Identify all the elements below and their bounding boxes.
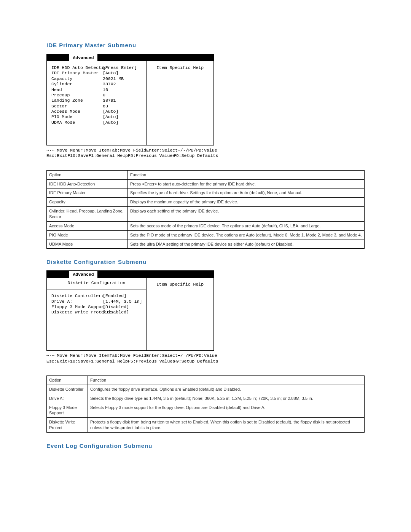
table-cell: Access Mode [47, 221, 128, 230]
bios-row-label: Capacity [51, 76, 103, 81]
bios-row-value: [Disabled] [103, 310, 143, 315]
table-row: Cylinder, Head, Precoup, Landing Zone, S… [47, 207, 365, 222]
bios-row-label: IDE Primary Master [51, 70, 103, 76]
legend-cell: F10:Save [67, 359, 88, 364]
table-row: IDE HDD Auto-DetectionPress <Enter> to s… [47, 179, 365, 189]
menubar-advanced-tab: Advanced [69, 271, 97, 278]
table-cell: Cylinder, Head, Precoup, Landing Zone, S… [47, 207, 128, 222]
bios-row-label: Diskette Controller: [51, 293, 103, 299]
bios-help-title: Item Specific Help [150, 65, 210, 74]
table-row: PIO ModeSets the PIO mode of the primary… [47, 230, 365, 240]
legend-cell: F9:Setup Defaults [174, 153, 218, 158]
legend-cell: F10:Save [67, 153, 88, 158]
table-cell: Selects Floppy 3 mode support for the fl… [88, 403, 365, 418]
bios-settings-pane: IDE HDD Auto-Detection[Press Enter]IDE P… [47, 61, 147, 145]
diskette-options-table: OptionFunctionDiskette ControllerConfigu… [46, 375, 365, 433]
ide-section-title: IDE Primary Master Submenu [46, 42, 365, 48]
table-cell: Specifies the type of hard drive. Settin… [128, 189, 365, 198]
ide-options-table: OptionFunctionIDE HDD Auto-DetectionPres… [46, 170, 365, 249]
legend-cell: →·← Move Menu [46, 148, 81, 153]
table-cell: Sets the access mode of the primary IDE … [128, 221, 365, 230]
bios-row: IDE HDD Auto-Detection[Press Enter] [51, 65, 143, 70]
bios-row: Precoup0 [51, 93, 143, 98]
bios-key-legend: →·← Move Menu↑↓Move ItemTab:Move FieldEn… [46, 148, 213, 159]
table-cell: Sets the ultra DMA setting of the primar… [128, 240, 365, 249]
table-cell: Diskette Controller [47, 385, 88, 394]
bios-row: Floppy 3 Mode Support[Disabled] [51, 304, 143, 310]
legend-cell: F1:General Help [88, 359, 128, 364]
bios-row-value: [Press Enter] [103, 65, 143, 70]
table-cell: IDE HDD Auto-Detection [47, 179, 128, 189]
table-cell: Protects a floppy disk from being writte… [88, 418, 365, 433]
legend-cell: Enter:Select [146, 148, 178, 153]
bios-row-label: Cylinder [51, 81, 103, 87]
ide-bios-screenshot: Advanced IDE HDD Auto-Detection[Press En… [46, 54, 365, 159]
bios-row: Landing Zone38791 [51, 98, 143, 103]
bios-row-value: 16 [103, 87, 143, 93]
bios-row-value: 38792 [103, 81, 143, 87]
legend-cell: Enter:Select [146, 353, 178, 358]
legend-cell: +/-/PU/PD:Value [178, 353, 217, 358]
legend-cell: Esc:Exit [46, 153, 67, 158]
bios-row: Cylinder38792 [51, 81, 143, 87]
diskette-section-title: Diskette Configuration Submenu [46, 259, 365, 265]
bios-row-label: Drive A: [51, 299, 103, 304]
bios-row-value: 63 [103, 104, 143, 109]
table-cell: Drive A: [47, 394, 88, 403]
legend-cell: F1:General Help [88, 153, 128, 158]
bios-row-label: Head [51, 87, 103, 93]
table-cell: Press <Enter> to start auto-detection fo… [128, 179, 365, 189]
table-row: Access ModeSets the access mode of the p… [47, 221, 365, 230]
legend-cell: Tab:Move Field [110, 148, 147, 153]
bios-row-label: Sector [51, 104, 103, 109]
bios-row-value: [Auto] [103, 114, 143, 120]
bios-row: Drive A:[1.44M, 3.5 in] [51, 299, 143, 304]
table-cell: IDE Primary Master [47, 189, 128, 198]
bios-row-value: [Disabled] [103, 304, 143, 310]
bios-row-label: IDE HDD Auto-Detection [51, 65, 103, 70]
bios-row-label: PIO Mode [51, 114, 103, 120]
table-cell: Sets the PIO mode of the primary IDE dev… [128, 230, 365, 240]
bios-help-title: Item Specific Help [150, 282, 210, 291]
bios-row: Sector63 [51, 104, 143, 109]
table-cell: PIO Mode [47, 230, 128, 240]
bios-settings-pane: Diskette Configuration Diskette Controll… [47, 278, 147, 350]
bios-row-value: 0 [103, 93, 143, 98]
table-header-cell: Option [47, 376, 88, 385]
bios-row: Head16 [51, 87, 143, 93]
table-row: Drive A:Selects the floppy drive type as… [47, 394, 365, 403]
legend-cell: →·← Move Menu [46, 353, 81, 358]
bios-help-pane: Item Specific Help [147, 278, 213, 350]
bios-key-legend: →·← Move Menu↑↓Move ItemTab:Move FieldEn… [46, 353, 213, 364]
legend-cell: +/-/PU/PD:Value [178, 148, 217, 153]
legend-cell: ↑↓Move Item [81, 353, 110, 358]
table-row: Diskette Write ProtectProtects a floppy … [47, 418, 365, 433]
menubar-pad-right [97, 271, 167, 278]
legend-cell: Esc:Exit [46, 359, 67, 364]
bios-help-pane: Item Specific Help [147, 61, 213, 145]
legend-cell: F5:Previous Values [128, 153, 174, 158]
table-header-row: OptionFunction [47, 170, 365, 179]
table-row: CapacityDisplays the maximum capacity of… [47, 198, 365, 207]
table-cell: Configures the floppy drive interface. O… [88, 385, 365, 394]
bios-subtitle: Diskette Configuration [47, 280, 146, 289]
legend-cell: F5:Previous Values [128, 359, 174, 364]
bios-menubar: Advanced [47, 54, 213, 61]
table-row: Floppy 3 Mode SupportSelects Floppy 3 mo… [47, 403, 365, 418]
table-header-cell: Option [47, 170, 128, 179]
table-row: IDE Primary MasterSpecifies the type of … [47, 189, 365, 198]
bios-row-label: Landing Zone [51, 98, 103, 103]
menubar-pad-right [97, 54, 167, 61]
bios-row: Access Mode[Auto] [51, 109, 143, 114]
bios-row-label: Floppy 3 Mode Support [51, 304, 103, 310]
legend-cell: ↑↓Move Item [81, 148, 110, 153]
legend-cell: Tab:Move Field [110, 353, 147, 358]
bios-row-value: 38791 [103, 98, 143, 103]
bios-row-value: 20021 MB [103, 76, 143, 81]
bios-row: Capacity20021 MB [51, 76, 143, 81]
bios-row-label: Diskette Write Protect: [51, 310, 103, 315]
table-row: UDMA ModeSets the ultra DMA setting of t… [47, 240, 365, 249]
bios-row-label: UDMA Mode [51, 120, 103, 125]
table-header-row: OptionFunction [47, 376, 365, 385]
menubar-pad-left [47, 271, 69, 278]
